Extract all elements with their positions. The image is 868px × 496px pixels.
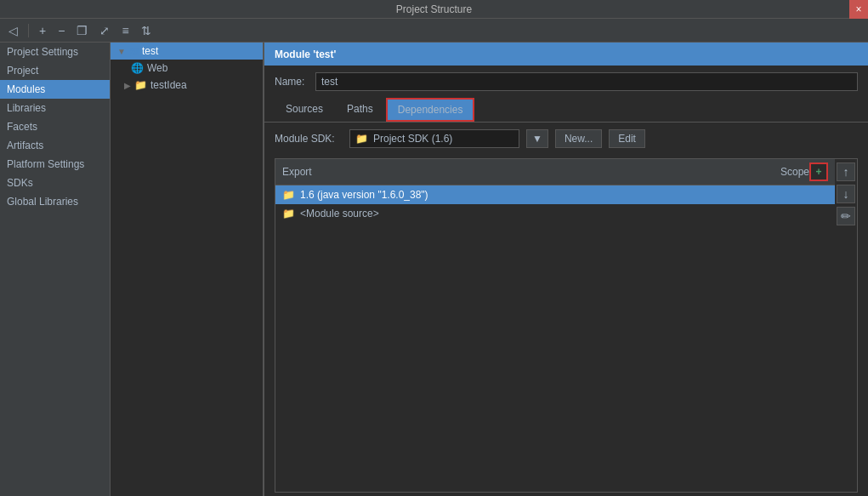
- tree-arrow-testidea: ▶: [124, 81, 131, 90]
- tab-sources[interactable]: Sources: [275, 98, 334, 122]
- move-up-button[interactable]: ↑: [837, 162, 855, 181]
- sdk-edit-button[interactable]: Edit: [609, 129, 645, 148]
- sdk-label: Module SDK:: [275, 133, 343, 145]
- dep-col-scope-header: Scope: [741, 166, 809, 178]
- tabs-row: Sources Paths Dependencies: [264, 98, 868, 123]
- module-header: Module 'test': [264, 43, 868, 66]
- name-row: Name:: [264, 66, 868, 98]
- module-icon: ▦: [129, 45, 139, 57]
- dep-icon-0: 📁: [282, 189, 295, 201]
- toolbar: ◁ + − ❐ ⤢ ≡ ⇅: [0, 19, 868, 43]
- sidebar-item-modules[interactable]: Modules: [0, 80, 110, 99]
- move-down-button[interactable]: ↓: [837, 185, 855, 203]
- sidebar-item-project-settings[interactable]: Project Settings: [0, 43, 110, 61]
- dep-row-1[interactable]: 📁 <Module source>: [275, 204, 835, 223]
- dep-row-0[interactable]: 📁 1.6 (java version "1.6.0_38"): [275, 185, 835, 204]
- main-layout: Project Settings Project Modules Librari…: [0, 43, 868, 496]
- sidebar-item-sdks[interactable]: SDKs: [0, 174, 110, 192]
- sidebar-item-global-libraries[interactable]: Global Libraries: [0, 192, 110, 211]
- collapse-button[interactable]: ≡: [118, 22, 132, 39]
- sdk-new-button[interactable]: New...: [555, 129, 602, 148]
- sort-button[interactable]: ⇅: [138, 22, 155, 39]
- dep-col-export-header: Export: [282, 166, 333, 178]
- edit-button[interactable]: ✏: [837, 207, 855, 225]
- expand-button[interactable]: ⤢: [96, 22, 113, 39]
- dep-icon-1: 📁: [282, 208, 295, 219]
- tree-label-test: test: [142, 45, 158, 57]
- copy-button[interactable]: ❐: [73, 22, 91, 39]
- sdk-row: Module SDK: 📁 Project SDK (1.6) ▼ New...…: [264, 123, 868, 155]
- sidebar-item-artifacts[interactable]: Artifacts: [0, 136, 110, 155]
- tree-item-web[interactable]: 🌐 Web: [111, 60, 263, 77]
- sdk-dropdown-arrow[interactable]: ▼: [526, 129, 548, 148]
- dependencies-area: Export Scope + 📁 1.6 (java version "1.6.…: [275, 158, 858, 493]
- folder-icon: 📁: [134, 79, 147, 91]
- name-input[interactable]: [315, 72, 858, 91]
- window-title: Project Structure: [396, 3, 472, 15]
- title-bar: Project Structure ×: [0, 0, 868, 19]
- name-label: Name:: [275, 76, 309, 88]
- web-icon: 🌐: [131, 62, 144, 74]
- tab-paths[interactable]: Paths: [336, 98, 384, 122]
- toolbar-separator: [28, 24, 29, 37]
- tab-dependencies[interactable]: Dependencies: [386, 98, 475, 122]
- sidebar: Project Settings Project Modules Librari…: [0, 43, 111, 496]
- dep-table-header: Export Scope +: [275, 159, 835, 185]
- dep-add-button[interactable]: +: [809, 162, 828, 181]
- tree-item-testidea[interactable]: ▶ 📁 testIdea: [111, 77, 263, 94]
- sidebar-item-facets[interactable]: Facets: [0, 117, 110, 136]
- module-title: Module 'test': [275, 48, 336, 60]
- dep-name-1: <Module source>: [300, 208, 828, 219]
- sidebar-item-project[interactable]: Project: [0, 61, 110, 80]
- tree-label-web: Web: [147, 62, 167, 74]
- close-button[interactable]: ×: [849, 0, 868, 19]
- tree-item-test[interactable]: ▼ ▦ test: [111, 43, 263, 60]
- dep-list-container: Export Scope + 📁 1.6 (java version "1.6.…: [275, 159, 835, 492]
- sidebar-item-platform-settings[interactable]: Platform Settings: [0, 155, 110, 174]
- sidebar-item-libraries[interactable]: Libraries: [0, 99, 110, 117]
- navigate-back-button[interactable]: ◁: [5, 22, 21, 39]
- tree-arrow-test: ▼: [117, 47, 126, 56]
- tree-label-testidea: testIdea: [150, 79, 187, 91]
- file-tree-panel: ▼ ▦ test 🌐 Web ▶ 📁 testIdea: [111, 43, 264, 496]
- sdk-icon: 📁: [355, 133, 368, 145]
- content-panel: Module 'test' Name: Sources Paths Depend…: [264, 43, 868, 496]
- side-buttons: ↑ ↓ ✏: [835, 159, 857, 492]
- dep-name-0: 1.6 (java version "1.6.0_38"): [300, 189, 828, 201]
- add-button[interactable]: +: [36, 22, 49, 39]
- sdk-value: Project SDK (1.6): [373, 133, 452, 145]
- sdk-select[interactable]: 📁 Project SDK (1.6): [349, 129, 519, 148]
- remove-button[interactable]: −: [54, 22, 68, 39]
